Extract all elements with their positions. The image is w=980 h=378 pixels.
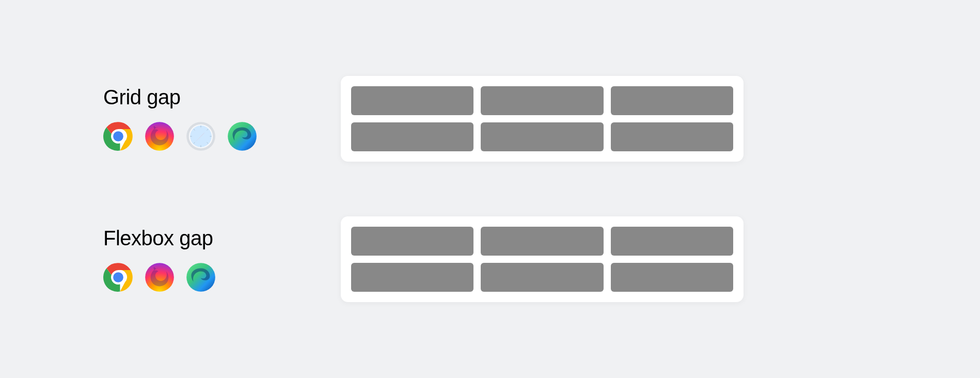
svg-point-17 xyxy=(228,122,257,151)
demo-card-grid xyxy=(341,76,744,162)
chrome-icon xyxy=(103,121,133,151)
grid-cell xyxy=(611,263,733,292)
browser-icons xyxy=(103,121,279,151)
grid-cell xyxy=(481,86,603,115)
section-title: Grid gap xyxy=(103,86,279,109)
label-block: Grid gap xyxy=(103,86,279,151)
svg-point-20 xyxy=(113,272,123,282)
section-title: Flexbox gap xyxy=(103,227,279,250)
grid-cell xyxy=(351,263,473,292)
grid-cell xyxy=(611,86,733,115)
grid-cell xyxy=(351,86,473,115)
label-block: Flexbox gap xyxy=(103,227,279,292)
firefox-icon xyxy=(145,262,175,292)
grid-cell xyxy=(481,263,603,292)
firefox-icon xyxy=(145,121,175,151)
edge-icon xyxy=(227,121,257,151)
safari-icon xyxy=(186,121,216,151)
demo-card-flex xyxy=(341,216,744,302)
browser-icons xyxy=(103,262,279,292)
svg-point-6 xyxy=(190,125,212,147)
grid-cell xyxy=(351,227,473,256)
grid-cell xyxy=(611,122,733,151)
svg-point-21 xyxy=(145,263,174,292)
svg-point-3 xyxy=(145,122,174,151)
grid-cell xyxy=(611,227,733,256)
edge-icon xyxy=(186,262,216,292)
grid-cell xyxy=(481,122,603,151)
section-grid-gap: Grid gap xyxy=(103,76,877,162)
chrome-icon xyxy=(103,262,133,292)
section-flexbox-gap: Flexbox gap xyxy=(103,216,877,302)
grid-cell xyxy=(481,227,603,256)
grid-cell xyxy=(351,122,473,151)
svg-point-22 xyxy=(186,263,215,292)
svg-point-2 xyxy=(113,131,123,141)
